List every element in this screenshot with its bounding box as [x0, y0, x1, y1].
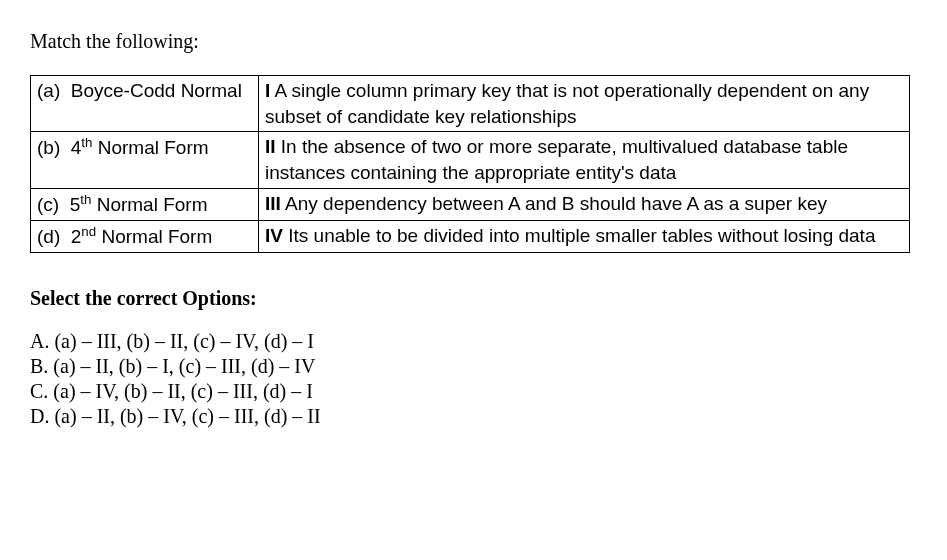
- question-prompt: Match the following:: [30, 30, 917, 53]
- option-d: D. (a) – II, (b) – IV, (c) – III, (d) – …: [30, 405, 917, 428]
- match-right-cell: II In the absence of two or more separat…: [259, 132, 910, 188]
- right-num: IV: [265, 225, 283, 246]
- ordinal-sup: th: [81, 135, 92, 150]
- left-label: (b): [37, 138, 60, 159]
- right-num: II: [265, 136, 276, 157]
- match-left-cell: (a) Boyce-Codd Normal: [31, 76, 259, 132]
- ordinal-sup: nd: [81, 224, 96, 239]
- left-label: (d): [37, 226, 60, 247]
- match-table: (a) Boyce-Codd Normal I A single column …: [30, 75, 910, 253]
- left-label: (a): [37, 80, 60, 101]
- match-left-cell: (d) 2nd Normal Form: [31, 220, 259, 252]
- match-right-cell: IV Its unable to be divided into multipl…: [259, 220, 910, 252]
- option-a: A. (a) – III, (b) – II, (c) – IV, (d) – …: [30, 330, 917, 353]
- right-num: III: [265, 193, 281, 214]
- right-text: Any dependency between A and B should ha…: [285, 193, 827, 214]
- match-left-cell: (c) 5th Normal Form: [31, 188, 259, 220]
- options-heading: Select the correct Options:: [30, 287, 917, 310]
- table-row: (b) 4th Normal Form II In the absence of…: [31, 132, 910, 188]
- option-c: C. (a) – IV, (b) – II, (c) – III, (d) – …: [30, 380, 917, 403]
- left-text: Boyce-Codd Normal: [71, 80, 242, 101]
- option-b: B. (a) – II, (b) – I, (c) – III, (d) – I…: [30, 355, 917, 378]
- right-text: In the absence of two or more separate, …: [265, 136, 848, 183]
- left-text: Normal Form: [101, 226, 212, 247]
- left-text: Normal Form: [97, 194, 208, 215]
- right-text: Its unable to be divided into multiple s…: [288, 225, 875, 246]
- match-right-cell: III Any dependency between A and B shoul…: [259, 188, 910, 220]
- left-text: Normal Form: [98, 138, 209, 159]
- right-text: A single column primary key that is not …: [265, 80, 869, 127]
- table-row: (c) 5th Normal Form III Any dependency b…: [31, 188, 910, 220]
- table-row: (d) 2nd Normal Form IV Its unable to be …: [31, 220, 910, 252]
- match-right-cell: I A single column primary key that is no…: [259, 76, 910, 132]
- table-row: (a) Boyce-Codd Normal I A single column …: [31, 76, 910, 132]
- right-num: I: [265, 80, 270, 101]
- match-left-cell: (b) 4th Normal Form: [31, 132, 259, 188]
- left-label: (c): [37, 194, 59, 215]
- ordinal-sup: th: [80, 192, 91, 207]
